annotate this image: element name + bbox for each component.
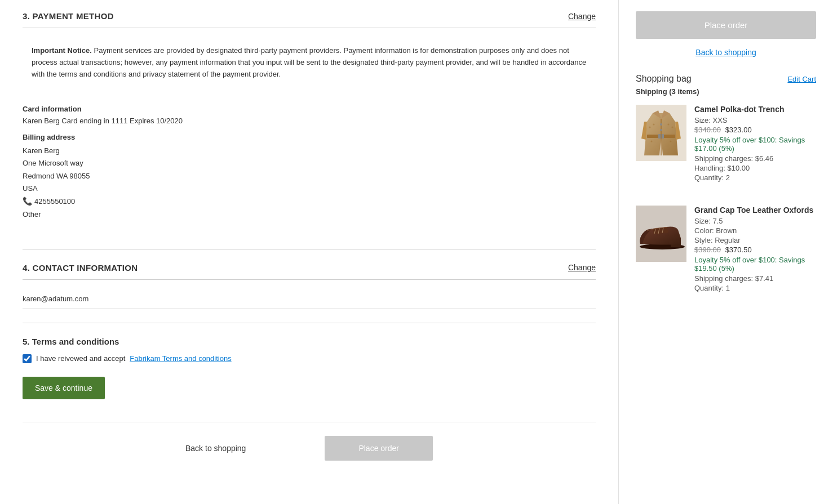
svg-point-6 xyxy=(653,124,655,126)
bottom-back-to-shopping-link[interactable]: Back to shopping xyxy=(185,444,246,453)
sidebar-place-order-button: Place order xyxy=(636,11,816,39)
shoe-svg xyxy=(636,218,686,249)
shoe-price-sale: $370.50 xyxy=(725,246,752,254)
billing-country: USA xyxy=(23,182,596,195)
terms-link[interactable]: Fabrikam Terms and conditions xyxy=(130,354,231,363)
billing-name: Karen Berg xyxy=(23,145,596,157)
contact-email: karen@adatum.com xyxy=(23,289,596,309)
bottom-place-order-button: Place order xyxy=(325,436,433,461)
card-info-section: Card information Karen Berg Card ending … xyxy=(23,99,596,231)
shoe-loyalty: Loyalty 5% off over $100: Savings $19.50… xyxy=(694,256,816,273)
contact-section-title: 4. CONTACT INFORMATION xyxy=(23,263,138,273)
coat-name: Camel Polka-dot Trench xyxy=(694,105,816,114)
shoe-quantity: Quantity: 1 xyxy=(694,284,816,292)
billing-address1: One Microsoft way xyxy=(23,157,596,170)
sidebar-back-to-shopping-link[interactable]: Back to shopping xyxy=(636,48,816,57)
billing-city-state: Redmond WA 98055 xyxy=(23,170,596,182)
notice-text: Payment services are provided by designa… xyxy=(32,46,586,78)
shoe-name: Grand Cap Toe Leather Oxfords xyxy=(694,206,816,215)
payment-section: 3. PAYMENT METHOD Change Important Notic… xyxy=(23,11,596,232)
terms-checkbox[interactable] xyxy=(23,354,32,363)
card-info-label: Card information xyxy=(23,105,596,113)
important-notice-box: Important Notice. Payment services are p… xyxy=(23,37,596,88)
shoe-details: Grand Cap Toe Leather Oxfords Size: 7.5 … xyxy=(694,206,816,293)
coat-quantity: Quantity: 2 xyxy=(694,173,816,182)
payment-change-link[interactable]: Change xyxy=(568,12,596,21)
coat-shipping: Shipping charges: $6.46 xyxy=(694,154,816,163)
shipping-items-label: Shipping (3 items) xyxy=(636,87,816,96)
section-divider-2 xyxy=(23,323,596,323)
coat-image xyxy=(636,105,686,161)
terms-title: 5. Terms and conditions xyxy=(23,337,596,346)
payment-section-header: 3. PAYMENT METHOD Change xyxy=(23,11,596,28)
billing-phone-row: 📞 4255550100 xyxy=(23,195,596,208)
shoe-shipping: Shipping charges: $7.41 xyxy=(694,274,816,283)
edit-cart-link[interactable]: Edit Cart xyxy=(787,75,816,83)
notice-bold-label: Important Notice. xyxy=(32,46,92,55)
coat-price: $340.00 $323.00 xyxy=(694,126,816,134)
billing-address-label: Billing address xyxy=(23,133,596,141)
billing-type: Other xyxy=(23,208,596,221)
shoe-image xyxy=(636,206,686,262)
billing-phone: 4255550100 xyxy=(34,195,75,208)
shoe-price-original: $390.00 xyxy=(694,246,721,254)
shopping-bag-title: Shopping bag xyxy=(636,74,692,84)
coat-details: Camel Polka-dot Trench Size: XXS $340.00… xyxy=(694,105,816,183)
terms-section: 5. Terms and conditions I have reivewed … xyxy=(23,337,596,363)
svg-point-9 xyxy=(651,141,653,142)
product-item-coat: Camel Polka-dot Trench Size: XXS $340.00… xyxy=(636,105,816,194)
coat-size: Size: XXS xyxy=(694,116,816,124)
product-item-shoes: Grand Cap Toe Leather Oxfords Size: 7.5 … xyxy=(636,206,816,305)
shoe-color: Color: Brown xyxy=(694,226,816,235)
sidebar: Place order Back to shopping Shopping ba… xyxy=(619,0,833,504)
coat-loyalty: Loyalty 5% off over $100: Savings $17.00… xyxy=(694,136,816,153)
terms-row: I have reivewed and accept Fabrikam Term… xyxy=(23,354,596,363)
coat-price-sale: $323.00 xyxy=(725,126,752,134)
save-continue-button[interactable]: Save & continue xyxy=(23,377,105,399)
bottom-bar: Back to shopping Place order xyxy=(23,422,596,466)
terms-checkbox-label: I have reivewed and accept xyxy=(36,354,125,363)
shoe-style: Style: Regular xyxy=(694,236,816,244)
phone-icon: 📞 xyxy=(23,195,32,208)
coat-price-original: $340.00 xyxy=(694,126,721,134)
contact-change-link[interactable]: Change xyxy=(568,263,596,272)
payment-section-title: 3. PAYMENT METHOD xyxy=(23,11,114,21)
contact-section-header: 4. CONTACT INFORMATION Change xyxy=(23,263,596,280)
shoe-size: Size: 7.5 xyxy=(694,217,816,225)
coat-svg xyxy=(641,108,681,158)
coat-handling: Handling: $10.00 xyxy=(694,164,816,172)
svg-point-3 xyxy=(660,123,662,126)
contact-section: 4. CONTACT INFORMATION Change karen@adat… xyxy=(23,263,596,309)
svg-point-8 xyxy=(668,124,670,126)
shopping-bag-header: Shopping bag Edit Cart xyxy=(636,74,816,84)
svg-point-7 xyxy=(672,127,674,128)
shoe-price: $390.00 $370.50 xyxy=(694,246,816,254)
card-info-text: Karen Berg Card ending in 1111 Expires 1… xyxy=(23,117,596,125)
billing-address: Karen Berg One Microsoft way Redmond WA … xyxy=(23,145,596,220)
section-divider-1 xyxy=(23,249,596,249)
svg-point-5 xyxy=(649,127,651,128)
svg-point-4 xyxy=(660,129,662,131)
svg-point-10 xyxy=(670,141,672,142)
